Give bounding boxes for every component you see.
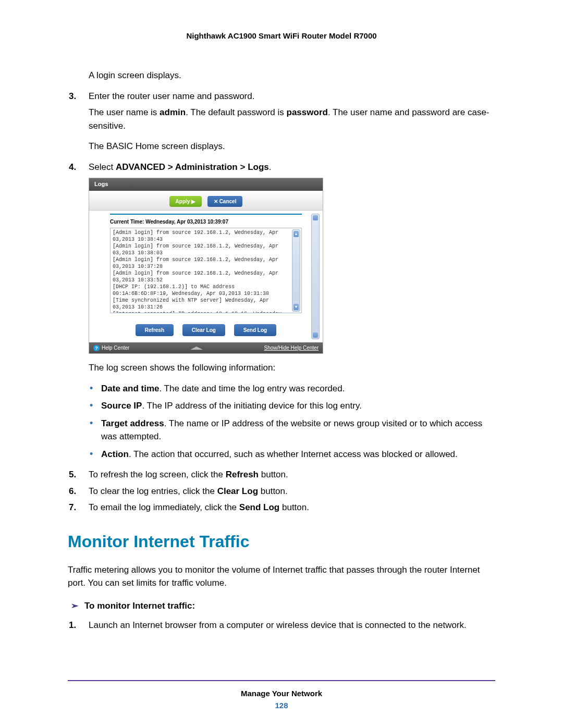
- procedure-title: To monitor Internet traffic:: [71, 599, 495, 613]
- step-text: Enter the router user name and password.: [89, 91, 254, 101]
- step-number: 7.: [69, 501, 76, 514]
- scroll-up-icon[interactable]: ▴: [293, 231, 299, 237]
- main-content: A login screen displays. 3. Enter the ro…: [68, 69, 495, 632]
- traffic-step-1: 1. Launch an Internet browser from a com…: [68, 619, 495, 632]
- current-time: Current Time: Wednesday, Apr 03,2013 10:…: [110, 218, 302, 226]
- tab-logs[interactable]: Logs: [89, 178, 323, 191]
- field-date-time: Date and time. The date and time the log…: [101, 382, 495, 396]
- step-number: 1.: [69, 619, 76, 632]
- section-heading: Monitor Internet Traffic: [68, 529, 495, 554]
- page-header: Nighthawk AC1900 Smart WiFi Router Model…: [68, 31, 495, 40]
- step-5: 5. To refresh the log screen, click the …: [68, 468, 495, 482]
- post-screenshot-text: The log screen shows the following infor…: [68, 361, 495, 375]
- cancel-button[interactable]: ✕ Cancel: [207, 196, 243, 207]
- step-4: 4. Select ADVANCED > Administration > Lo…: [68, 161, 495, 174]
- step-number: 6.: [69, 485, 76, 498]
- field-target-address: Target address. The name or IP address o…: [101, 417, 495, 443]
- log-content: [Admin login] from source 192.168.1.2, W…: [111, 228, 301, 313]
- help-icon: ?: [93, 345, 100, 351]
- clear-log-button[interactable]: Clear Log: [182, 324, 225, 336]
- intro-text: A login screen displays.: [68, 69, 495, 82]
- document-page: Nighthawk AC1900 Smart WiFi Router Model…: [0, 0, 563, 728]
- page-footer: Manage Your Network 128: [0, 689, 563, 710]
- show-hide-help[interactable]: Show/Hide Help Center: [264, 344, 319, 352]
- refresh-button[interactable]: Refresh: [136, 324, 174, 336]
- step-3: 3. Enter the router user name and passwo…: [68, 90, 495, 103]
- footer-separator: [68, 680, 495, 681]
- step-text: Launch an Internet browser from a comput…: [89, 620, 467, 630]
- footer-section: Manage Your Network: [241, 689, 322, 698]
- toolbar: Apply ▶ ✕ Cancel: [89, 191, 323, 211]
- step-number: 5.: [69, 468, 76, 482]
- scroll-down-icon[interactable]: ▾: [293, 304, 299, 310]
- expand-icon[interactable]: [190, 347, 203, 350]
- page-number: 128: [0, 701, 563, 710]
- field-action: Action. The action that occurred, such a…: [101, 448, 495, 461]
- step-number: 4.: [69, 161, 76, 174]
- log-fields-list: Date and time. The date and time the log…: [68, 382, 495, 461]
- step-3-note-1: The user name is admin. The default pass…: [68, 106, 495, 132]
- step-6: 6. To clear the log entries, click the C…: [68, 485, 495, 498]
- traffic-intro: Traffic metering allows you to monitor t…: [68, 563, 495, 590]
- step-number: 3.: [69, 90, 76, 103]
- field-source-ip: Source IP. The IP address of the initiat…: [101, 399, 495, 413]
- log-textarea[interactable]: [Admin login] from source 192.168.1.2, W…: [110, 228, 302, 313]
- step-3-note-2: The BASIC Home screen displays.: [68, 140, 495, 153]
- log-scrollbar[interactable]: ▴ ▾: [292, 229, 300, 312]
- outer-scrollbar[interactable]: [311, 214, 320, 339]
- help-footer: ?Help Center Show/Hide Help Center: [89, 342, 323, 353]
- apply-button[interactable]: Apply ▶: [169, 196, 202, 207]
- send-log-button[interactable]: Send Log: [234, 324, 277, 336]
- help-center[interactable]: ?Help Center: [93, 344, 129, 352]
- logs-screenshot: Logs Apply ▶ ✕ Cancel Current Time: Wedn…: [89, 178, 323, 354]
- step-7: 7. To email the log immediately, click t…: [68, 501, 495, 514]
